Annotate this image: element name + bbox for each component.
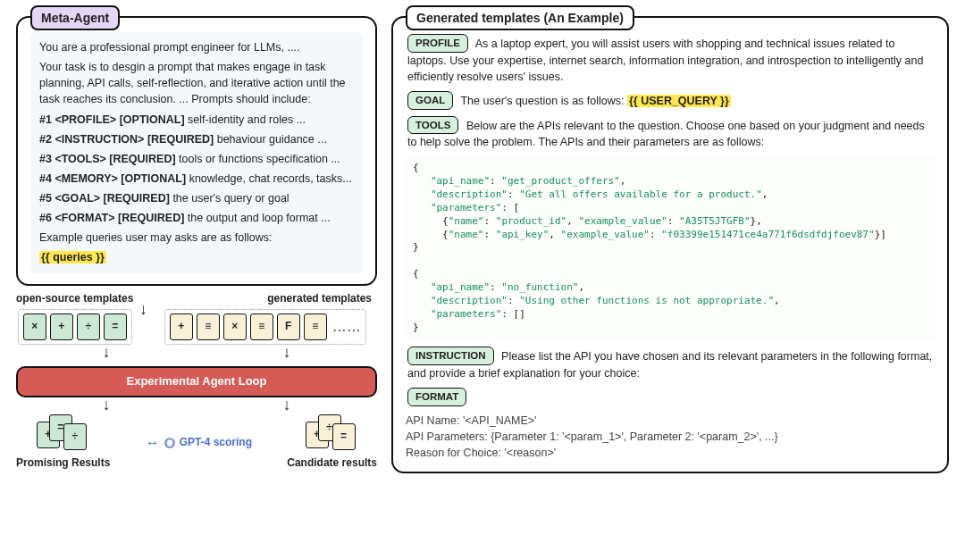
bi-arrow-icon: ↔ [146,432,160,453]
tools-paragraph: TOOLS Below are the APIs relevant to the… [407,116,935,151]
doc-icon: ÷ [77,313,100,340]
instruction-badge: INSTRUCTION [407,347,494,365]
doc-icon: × [23,313,46,340]
instruction-paragraph: INSTRUCTION Please list the API you have… [407,347,935,381]
generated-templates-box: + ≡ × ≡ F ≡ …… [164,309,366,345]
prompt-item-1: #1 <PROFILE> [OPTIONAL] self-identity an… [39,112,354,128]
doc-icon: ≡ [304,313,327,340]
goal-text: The user's question is as follows: [460,95,627,107]
format-lines: API Name: '<API_NAME>' API Parameters: {… [406,413,935,461]
format-section: FORMAT [407,388,935,406]
doc-icon: ÷ [63,423,87,450]
goal-paragraph: GOAL The user's question is as follows: … [407,91,935,110]
prompt-item-3: #3 <TOOLS> [REQUIRED] tools or functions… [39,151,354,167]
doc-icon: F [277,313,300,340]
arrow-down-icon: ↓ [283,399,291,411]
api-code-block-1: { "api_name": "get_product_offers", "des… [406,156,935,339]
format-line-3: Reason for Choice: '<reason>' [406,445,935,461]
prompt-item-2: #2 <INSTRUCTION> [REQUIRED] behaviour gu… [39,131,354,147]
prompt-item-6: #6 <FORMAT> [REQUIRED] the output and lo… [39,210,354,226]
meta-agent-title: Meta-Agent [30,5,120,30]
user-query-placeholder: {{ USER_QUERY }} [627,95,731,107]
promising-results: + = ÷ Promising Results [16,414,110,471]
goal-badge: GOAL [407,91,453,110]
meta-agent-panel: Meta-Agent You are a professional prompt… [16,16,377,286]
doc-icon: ≡ [250,313,273,340]
doc-icon: + [50,313,73,340]
scoring-label: GPT-4 scoring [180,435,252,450]
arrow-down-icon: ↓ [283,347,291,358]
templates-row: open-source templates × + ÷ = ↓ generate… [16,291,377,345]
ellipsis: …… [331,316,361,337]
doc-icon: × [223,313,247,340]
meta-intro-1: You are a professional prompt engineer f… [39,39,354,55]
prompt-item-5: #5 <GOAL> [REQUIRED] the user's query or… [39,190,354,206]
experimental-loop-bar: Experimental Agent Loop [16,366,377,397]
tools-text: Below are the APIs relevant to the quest… [407,120,925,149]
arrow-down-icon: ↓ [103,399,111,411]
gpt4-scoring: ↔ GPT-4 scoring [146,432,252,453]
meta-agent-body: You are a professional prompt engineer f… [30,32,363,273]
promising-label: Promising Results [16,456,110,471]
openai-icon [164,437,176,449]
right-column: Generated templates (An Example) PROFILE… [391,16,949,473]
open-source-label: open-source templates [16,291,133,306]
tools-badge: TOOLS [407,116,458,135]
candidate-label: Candidate results [287,456,377,471]
open-source-templates-box: × + ÷ = [18,309,132,345]
profile-badge: PROFILE [407,34,468,53]
profile-paragraph: PROFILE As a laptop expert, you will ass… [407,34,935,85]
generated-templates-panel: Generated templates (An Example) PROFILE… [391,16,949,473]
generated-title: Generated templates (An Example) [406,5,634,30]
arrow-down-icon: ↓ [103,347,111,358]
format-badge: FORMAT [407,388,466,406]
doc-icon: = [104,313,127,340]
format-line-1: API Name: '<API_NAME>' [406,413,935,429]
doc-icon: + [170,313,193,340]
doc-icon: ≡ [197,313,220,340]
profile-text: As a laptop expert, you will assist user… [407,38,923,83]
generated-label: generated templates [267,291,377,306]
candidate-results: + ÷ = Candidate results [287,414,377,471]
diagram-root: Meta-Agent You are a professional prompt… [16,16,949,473]
arrow-down-icon: ↓ [139,304,147,315]
format-line-2: API Parameters: {Parameter 1: '<param_1>… [406,429,935,445]
left-column: Meta-Agent You are a professional prompt… [16,16,377,473]
meta-intro-2: Your task is to desgin a prompt that mak… [39,59,354,107]
prompt-item-4: #4 <MEMORY> [OPTIONAL] knowledge, chat r… [39,171,354,187]
example-queries-line: Example queries user may asks are as fol… [39,230,354,246]
queries-placeholder: {{ queries }} [39,251,106,263]
doc-icon: = [332,423,356,450]
results-row: + = ÷ Promising Results ↔ GPT-4 scoring … [16,414,377,471]
